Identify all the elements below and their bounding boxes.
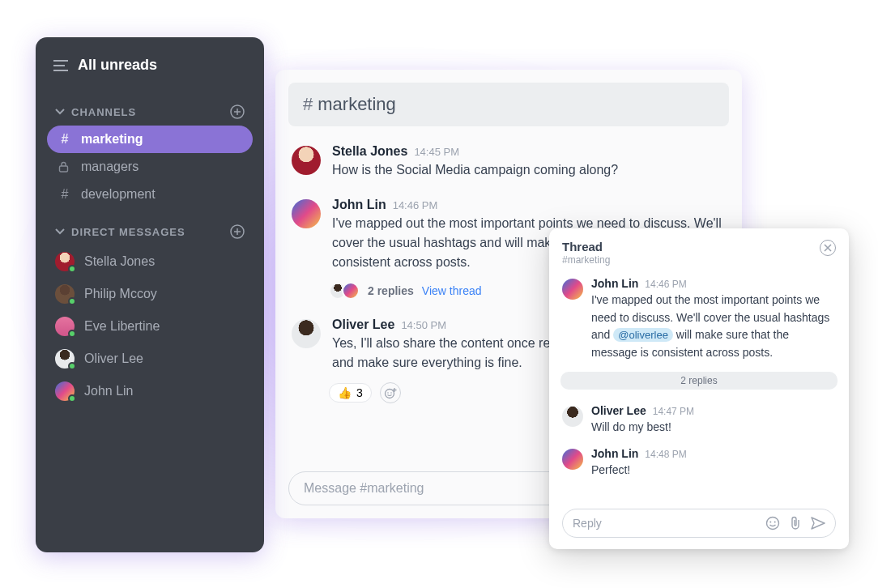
thread-reply: John Lin 14:48 PM Perfect! xyxy=(562,447,836,479)
replies-count: 2 replies xyxy=(368,284,414,297)
avatar xyxy=(292,199,321,228)
dm-name: Eve Libertine xyxy=(84,319,160,334)
reply-avatars xyxy=(329,282,360,300)
svg-point-6 xyxy=(767,518,779,530)
chevron-down-icon xyxy=(55,228,65,235)
avatar xyxy=(562,449,583,470)
sidebar-title-row: All unreads xyxy=(47,57,253,88)
hash-icon: # xyxy=(303,94,313,115)
svg-rect-1 xyxy=(60,166,68,172)
channel-name: development xyxy=(81,187,156,202)
message-text: Will do my best! xyxy=(591,419,836,437)
thread-title: Thread xyxy=(562,240,610,254)
dms-header[interactable]: DIRECT MESSAGES xyxy=(47,218,253,245)
presence-indicator xyxy=(68,297,76,305)
hash-icon: # xyxy=(58,132,71,147)
message-author: Oliver Lee xyxy=(332,317,394,332)
dm-name: Stella Jones xyxy=(84,254,155,269)
svg-point-4 xyxy=(387,392,389,394)
avatar xyxy=(55,381,75,401)
add-channel-icon[interactable] xyxy=(230,104,245,119)
compose-placeholder: Message #marketing xyxy=(304,481,424,495)
message-author: Stella Jones xyxy=(332,144,407,159)
thread-compose-input[interactable]: Reply xyxy=(562,509,836,538)
message-time: 14:46 PM xyxy=(393,199,438,211)
thumbsup-icon: 👍 xyxy=(338,386,352,399)
channel-item-marketing[interactable]: # marketing xyxy=(47,126,253,153)
channel-header: # marketing xyxy=(288,83,729,126)
menu-icon[interactable] xyxy=(53,60,68,71)
message-author: John Lin xyxy=(591,277,638,290)
sidebar: All unreads CHANNELS # marketing manager… xyxy=(36,37,264,552)
svg-point-7 xyxy=(769,522,771,523)
chevron-down-icon xyxy=(55,109,65,115)
message-text: Perfect! xyxy=(591,462,836,479)
channel-name: marketing xyxy=(81,132,143,147)
avatar xyxy=(342,282,360,300)
presence-indicator xyxy=(68,265,76,273)
message-text: How is the Social Media campaign coming … xyxy=(332,160,726,180)
dms-section: DIRECT MESSAGES Stella Jones Philip Mcco… xyxy=(47,218,253,407)
message-author: Oliver Lee xyxy=(591,404,646,417)
dm-name: Philip Mccoy xyxy=(84,287,157,301)
avatar xyxy=(55,317,75,336)
avatar xyxy=(562,406,583,427)
dm-item-eve[interactable]: Eve Libertine xyxy=(47,310,253,343)
channel-item-managers[interactable]: managers xyxy=(47,153,253,181)
thread-subtitle: #marketing xyxy=(562,254,610,266)
channel-name: managers xyxy=(81,160,139,174)
dm-item-john[interactable]: John Lin xyxy=(47,375,253,407)
reaction-thumbsup[interactable]: 👍 3 xyxy=(329,383,372,403)
hash-icon: # xyxy=(58,187,71,202)
channels-section: CHANNELS # marketing managers # developm… xyxy=(47,98,253,208)
avatar xyxy=(562,279,583,300)
avatar xyxy=(55,252,75,271)
lock-icon xyxy=(58,161,71,173)
thread-header: Thread #marketing xyxy=(562,240,836,266)
view-thread-link[interactable]: View thread xyxy=(422,284,482,297)
close-thread-button[interactable] xyxy=(820,240,836,256)
svg-point-8 xyxy=(774,522,776,523)
message-text: I've mapped out the most important point… xyxy=(591,292,836,362)
add-reaction-button[interactable] xyxy=(380,382,401,403)
dm-item-oliver[interactable]: Oliver Lee xyxy=(47,343,253,375)
avatar xyxy=(292,146,321,175)
message-time: 14:48 PM xyxy=(645,449,686,460)
presence-indicator xyxy=(68,362,76,370)
dm-item-stella[interactable]: Stella Jones xyxy=(47,245,253,278)
presence-indicator xyxy=(68,394,76,403)
channel-item-development[interactable]: # development xyxy=(47,181,253,208)
message-time: 14:50 PM xyxy=(401,319,446,331)
dm-item-philip[interactable]: Philip Mccoy xyxy=(47,278,253,310)
message: Stella Jones 14:45 PM How is the Social … xyxy=(288,144,729,180)
thread-reply: Oliver Lee 14:47 PM Will do my best! xyxy=(562,404,836,437)
message-author: John Lin xyxy=(591,447,638,460)
channels-label: CHANNELS xyxy=(71,106,136,118)
thread-panel: Thread #marketing John Lin 14:46 PM I've… xyxy=(549,228,849,549)
sidebar-title: All unreads xyxy=(78,57,157,74)
avatar xyxy=(55,349,75,369)
emoji-icon[interactable] xyxy=(765,516,780,530)
message-time: 14:46 PM xyxy=(645,279,686,290)
send-icon[interactable] xyxy=(811,516,825,530)
avatar xyxy=(292,319,321,348)
add-dm-icon[interactable] xyxy=(230,224,245,239)
message-author: John Lin xyxy=(332,198,386,212)
reaction-count: 3 xyxy=(356,386,363,399)
dms-label: DIRECT MESSAGES xyxy=(71,226,185,238)
presence-indicator xyxy=(68,330,76,338)
thread-root-message: John Lin 14:46 PM I've mapped out the mo… xyxy=(562,277,836,362)
channels-header[interactable]: CHANNELS xyxy=(47,98,253,126)
message-time: 14:47 PM xyxy=(653,406,694,417)
svg-point-5 xyxy=(390,392,392,394)
dm-name: Oliver Lee xyxy=(84,352,143,366)
compose-placeholder: Reply xyxy=(573,517,602,530)
channel-name: marketing xyxy=(318,94,396,115)
user-mention[interactable]: @oliverlee xyxy=(613,328,673,342)
replies-divider: 2 replies xyxy=(560,372,838,390)
message-time: 14:45 PM xyxy=(414,146,459,158)
dm-name: John Lin xyxy=(84,384,134,398)
attachment-icon[interactable] xyxy=(788,516,803,530)
avatar xyxy=(55,284,75,304)
